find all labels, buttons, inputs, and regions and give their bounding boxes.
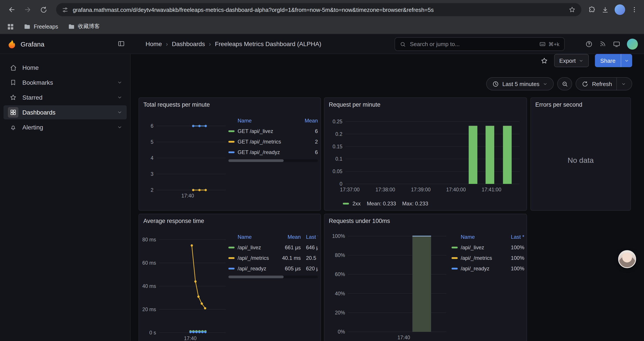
site-settings-icon[interactable] — [62, 6, 68, 13]
refresh-button[interactable]: Refresh — [576, 77, 632, 90]
refresh-interval-dropdown[interactable] — [621, 81, 626, 86]
breadcrumb-separator: › — [209, 40, 211, 47]
series-name[interactable]: GET /api/_/metrics — [238, 139, 315, 145]
legend-header-mean[interactable]: Mean — [305, 118, 318, 124]
series-name[interactable]: 2xx — [352, 201, 360, 207]
sidebar-item-dashboards[interactable]: Dashboards — [4, 105, 127, 119]
panel-title[interactable]: Request per minute — [324, 98, 526, 108]
clock-icon — [492, 81, 499, 87]
sidebar-item-bookmarks[interactable]: Bookmarks — [4, 76, 127, 90]
series-name[interactable]: /api/_livez — [461, 244, 511, 251]
svg-text:17:40: 17:40 — [181, 193, 194, 199]
sidebar-item-home[interactable]: Home — [4, 61, 127, 75]
series-name[interactable]: /api/_readyz — [238, 265, 276, 272]
legend-row: /api/_readyz 100% — [452, 263, 524, 274]
share-button[interactable]: Share — [595, 54, 632, 67]
url-bar[interactable]: grafana.mathmast.com/d/deytv4rwavabkb/fr… — [56, 3, 581, 16]
panel-title[interactable]: Average response time — [139, 214, 320, 224]
extensions-icon[interactable] — [588, 6, 596, 14]
breadcrumb-dashboards[interactable]: Dashboards — [172, 40, 205, 47]
downloads-icon[interactable] — [602, 6, 609, 14]
favorite-star-icon[interactable] — [540, 57, 548, 64]
legend-scrollbar[interactable] — [228, 159, 318, 162]
profile-avatar[interactable] — [615, 5, 625, 15]
header-actions — [585, 34, 638, 54]
scrollbar-thumb[interactable] — [228, 276, 284, 278]
legend-header-name[interactable]: Name — [238, 234, 276, 240]
floating-avatar[interactable] — [618, 250, 636, 268]
series-name[interactable]: /api/_/metrics — [238, 255, 276, 261]
time-range-picker[interactable]: Last 5 minutes — [486, 77, 554, 90]
search-input[interactable]: Search or jump to... ⌘+k — [394, 37, 565, 51]
chevron-down-icon — [117, 110, 122, 115]
legend-row: GET /api/_/readyz 6 — [228, 147, 318, 158]
time-controls: Last 5 minutes Refresh — [486, 77, 632, 90]
chevron-down-icon — [117, 80, 122, 85]
sidebar-toggle-icon[interactable] — [118, 40, 125, 47]
bar-chart[interactable]: 100%80%60%40%20%0%17:40 — [328, 233, 449, 341]
user-avatar[interactable] — [627, 38, 638, 49]
panel-title[interactable]: Errors per second — [531, 98, 630, 108]
series-swatch — [228, 151, 234, 153]
panel-title[interactable]: Total requests per minute — [139, 98, 320, 108]
zoom-out-button[interactable] — [558, 77, 572, 90]
sidebar-item-alerting[interactable]: Alerting — [4, 120, 127, 134]
series-mean: 661 µs — [276, 244, 301, 251]
series-name[interactable]: /api/_livez — [238, 244, 276, 251]
apps-grid-icon[interactable] — [7, 23, 14, 30]
bell-icon — [8, 122, 18, 133]
series-name[interactable]: GET /api/_livez — [238, 128, 315, 134]
browser-menu-icon[interactable] — [631, 6, 638, 13]
export-button[interactable]: Export — [554, 54, 589, 67]
series-swatch — [452, 268, 458, 269]
news-rss-icon[interactable] — [599, 40, 606, 47]
bar-chart[interactable]: 0.250.20.150.10.05017:37:0017:38:0017:39… — [328, 118, 524, 195]
export-label: Export — [559, 57, 576, 64]
legend-row: /api/_livez 100% — [452, 242, 524, 253]
sidebar: Home Bookmarks Starred Dashboards Alerti… — [0, 54, 131, 341]
chevron-down-icon — [543, 81, 548, 86]
svg-text:0: 0 — [340, 181, 342, 187]
legend-table: Name Mean GET /api/_livez 6 GET /api/_/m… — [228, 115, 318, 162]
grafana-brand[interactable]: Grafana — [7, 34, 44, 54]
legend-header-name[interactable]: Name — [238, 118, 305, 124]
series-name[interactable]: /api/_readyz — [461, 265, 511, 272]
series-name[interactable]: GET /api/_/readyz — [238, 149, 315, 155]
display-icon[interactable] — [613, 40, 620, 48]
help-icon[interactable] — [585, 40, 593, 48]
line-chart[interactable]: 80 ms60 ms40 ms20 ms0 s17:40 — [142, 237, 229, 341]
legend-row: /api/_/metrics 100% — [452, 253, 524, 263]
svg-text:60 ms: 60 ms — [142, 260, 156, 266]
bookmark-folder-freeleaps[interactable]: Freeleaps — [24, 23, 58, 30]
svg-text:60%: 60% — [335, 271, 345, 277]
line-chart[interactable]: 6543217:40 — [142, 122, 228, 201]
sidebar-item-starred[interactable]: Starred — [4, 90, 127, 104]
back-icon — [8, 6, 16, 14]
bookmark-star-icon[interactable] — [568, 6, 576, 13]
series-last: 100% — [511, 244, 524, 251]
back-button[interactable] — [4, 2, 19, 17]
bookmark-icon — [8, 77, 18, 88]
series-swatch — [228, 130, 234, 132]
breadcrumb-home[interactable]: Home — [146, 40, 162, 47]
svg-text:20 ms: 20 ms — [142, 306, 156, 312]
svg-text:17:40:00: 17:40:00 — [446, 187, 466, 192]
series-mean: 6 — [315, 128, 318, 134]
screen: grafana.mathmast.com/d/deytv4rwavabkb/fr… — [0, 0, 644, 341]
legend-header-last[interactable]: Last * — [301, 234, 318, 240]
legend-header-name[interactable]: Name — [461, 234, 511, 240]
reload-button[interactable] — [36, 2, 51, 17]
sidebar-item-label: Bookmarks — [22, 79, 53, 86]
panel-title[interactable]: Requests under 100ms — [324, 214, 526, 224]
svg-text:17:39:00: 17:39:00 — [411, 187, 431, 192]
forward-button[interactable] — [20, 2, 35, 17]
legend-scrollbar[interactable] — [228, 276, 318, 278]
share-dropdown-button[interactable] — [621, 54, 632, 67]
scrollbar-thumb[interactable] — [228, 159, 284, 162]
share-label: Share — [600, 57, 616, 64]
legend-header-mean[interactable]: Mean — [276, 234, 301, 240]
bookmark-folder-blogs[interactable]: 收藏博客 — [68, 23, 100, 30]
search-icon — [400, 41, 406, 47]
series-name[interactable]: /api/_/metrics — [461, 255, 511, 261]
legend-header-last[interactable]: Last * — [511, 234, 524, 240]
